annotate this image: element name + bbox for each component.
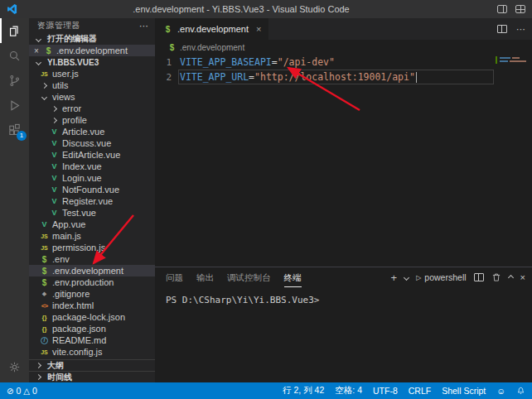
tree-item-label: vite.config.js xyxy=(52,347,103,357)
tree-item-label: Register.vue xyxy=(62,196,113,206)
tree-item-Article.vue[interactable]: VArticle.vue xyxy=(29,126,155,137)
text-cursor xyxy=(416,72,417,83)
customize-layout-icon[interactable] xyxy=(515,5,525,13)
tree-item-main.js[interactable]: JSmain.js xyxy=(29,230,155,242)
open-editor-label: .env.development xyxy=(56,46,128,55)
tree-item-package.json[interactable]: {}package.json xyxy=(29,323,155,334)
activity-item-extensions[interactable]: 1 xyxy=(0,118,29,142)
tree-item-Discuss.vue[interactable]: VDiscuss.vue xyxy=(29,137,155,149)
language-mode-status[interactable]: Shell Script xyxy=(442,386,486,396)
settings-gear-button[interactable] xyxy=(0,354,29,379)
tree-item-views[interactable]: views xyxy=(29,91,155,103)
tree-item-index.html[interactable]: <>index.html xyxy=(29,300,155,311)
activity-item-source-control[interactable] xyxy=(0,68,29,93)
cursor-position-status[interactable]: 行 2, 列 42 xyxy=(283,385,324,397)
close-icon[interactable]: × xyxy=(256,24,261,34)
project-root-header[interactable]: YI.BBS.VUE3 xyxy=(29,56,155,68)
git-icon: ◆ xyxy=(39,291,50,297)
chevron-down-icon xyxy=(33,37,44,41)
tree-item-label: utils xyxy=(52,80,69,90)
chevron-right-icon xyxy=(49,118,60,123)
breadcrumb[interactable]: $ .env.development xyxy=(155,40,532,55)
tree-item-error[interactable]: error xyxy=(29,103,155,114)
vue-icon: V xyxy=(49,174,60,182)
run-debug-icon xyxy=(7,99,22,113)
tree-item-label: Test.vue xyxy=(62,208,96,218)
env-icon: $ xyxy=(39,267,50,276)
tree-item-label: error xyxy=(62,103,81,113)
tree-item-label: NotFound.vue xyxy=(62,185,119,195)
minimap-change-indicator xyxy=(496,56,497,64)
code-line-2[interactable]: 2VITE_APP_URL="http://localhost:19001/ap… xyxy=(155,70,532,84)
tree-item-Login.vue[interactable]: VLogin.vue xyxy=(29,172,155,184)
env-file-icon: $ xyxy=(43,46,54,55)
editor-tab-env-development[interactable]: $ .env.development × xyxy=(155,18,268,40)
vscode-window: .env.development - Yi.BBS.Vue3 - Visual … xyxy=(0,0,532,399)
open-editor-item[interactable]: × $ .env.development xyxy=(29,45,155,56)
window-title: .env.development - Yi.BBS.Vue3 - Visual … xyxy=(50,0,433,18)
tree-item-permission.js[interactable]: JSpermission.js xyxy=(29,242,155,253)
tree-item-label: .env.production xyxy=(52,277,114,287)
vue-icon: V xyxy=(49,127,60,136)
panel-tab-调试控制台[interactable]: 调试控制台 xyxy=(227,267,271,287)
tree-item-NotFound.vue[interactable]: VNotFound.vue xyxy=(29,184,155,195)
minimap[interactable] xyxy=(492,55,532,104)
activity-item-run-debug[interactable] xyxy=(0,93,29,118)
tree-item-README.md[interactable]: iREADME.md xyxy=(29,334,155,346)
encoding-status[interactable]: UTF-8 xyxy=(373,386,398,396)
new-terminal-button[interactable]: + xyxy=(391,272,398,284)
tree-item-Register.vue[interactable]: VRegister.vue xyxy=(29,195,155,207)
breadcrumb-file: .env.development xyxy=(180,43,244,52)
tree-item-package-lock.json[interactable]: {}package-lock.json xyxy=(29,311,155,323)
tree-item-label: .env.development xyxy=(52,266,123,276)
panel-tab-输出[interactable]: 输出 xyxy=(196,267,214,287)
toggle-secondary-sidebar-icon[interactable] xyxy=(497,5,507,13)
terminal-tab-powershell[interactable]: ▷ powershell xyxy=(416,272,466,282)
tree-item-.env.production[interactable]: $.env.production xyxy=(29,276,155,288)
split-terminal-icon[interactable] xyxy=(474,273,484,281)
notifications-bell-icon[interactable] xyxy=(516,387,525,396)
chevron-down-icon[interactable] xyxy=(404,276,409,280)
problems-status[interactable]: ⊘ 0 △ 0 xyxy=(7,386,37,396)
env-file-icon: $ xyxy=(162,25,173,34)
tree-item-label: App.vue xyxy=(52,219,85,229)
panel-tab-问题[interactable]: 问题 xyxy=(166,267,183,287)
tree-item-label: profile xyxy=(62,115,87,125)
tree-item-.env.development[interactable]: $.env.development xyxy=(29,265,155,276)
more-actions-icon[interactable]: ⋯ xyxy=(139,18,148,33)
code-editor[interactable]: 1VITE_APP_BASEAPI="/api-dev"2VITE_APP_UR… xyxy=(155,55,532,267)
eol-status[interactable]: CRLF xyxy=(409,386,431,396)
close-panel-icon[interactable]: × xyxy=(520,272,525,282)
tree-item-Test.vue[interactable]: VTest.vue xyxy=(29,207,155,219)
activity-item-explorer[interactable] xyxy=(0,18,29,43)
warning-icon: △ xyxy=(23,387,30,396)
activity-item-search[interactable] xyxy=(0,43,29,68)
env-icon: $ xyxy=(39,255,50,264)
tree-item-vite.config.js[interactable]: JSvite.config.js xyxy=(29,346,155,358)
tree-item-label: permission.js xyxy=(52,243,105,252)
indentation-status[interactable]: 空格: 4 xyxy=(335,385,362,397)
line-content: VITE_APP_URL="http://localhost:19001/api… xyxy=(178,70,494,84)
tree-item-Index.vue[interactable]: VIndex.vue xyxy=(29,161,155,172)
tree-item-.env[interactable]: $.env xyxy=(29,253,155,265)
close-icon[interactable]: × xyxy=(34,46,43,55)
panel-tab-终端[interactable]: 终端 xyxy=(284,267,302,287)
code-line-1[interactable]: 1VITE_APP_BASEAPI="/api-dev" xyxy=(155,55,532,70)
split-editor-icon[interactable] xyxy=(497,25,507,33)
terminal-output[interactable]: PS D:\CSharp\Yi\Yi.BBS.Vue3> xyxy=(155,287,532,382)
terminal-icon: ▷ xyxy=(416,274,421,281)
open-editors-header[interactable]: 打开的编辑器 xyxy=(29,33,155,45)
tree-item-utils[interactable]: utils xyxy=(29,79,155,91)
tree-item-App.vue[interactable]: VApp.vue xyxy=(29,219,155,230)
sidebar-title: 资源管理器 xyxy=(29,18,155,33)
tree-item-profile[interactable]: profile xyxy=(29,114,155,126)
timeline-section-header[interactable]: 时间线 xyxy=(29,371,155,382)
tree-item-user.js[interactable]: JSuser.js xyxy=(29,68,155,79)
feedback-smiley-icon[interactable]: ☺ xyxy=(496,386,505,396)
maximize-panel-icon[interactable] xyxy=(509,276,513,280)
outline-section-header[interactable]: 大纲 xyxy=(29,359,155,371)
tree-item-.gitignore[interactable]: ◆.gitignore xyxy=(29,288,155,300)
kill-terminal-icon[interactable] xyxy=(491,272,501,282)
more-actions-icon[interactable]: ⋯ xyxy=(516,24,525,35)
tree-item-EditArticle.vue[interactable]: VEditArticle.vue xyxy=(29,149,155,161)
